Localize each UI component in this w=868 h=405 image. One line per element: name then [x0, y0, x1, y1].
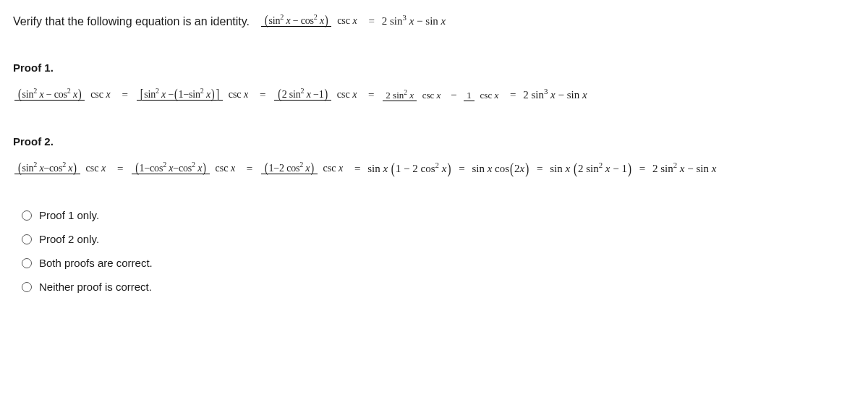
p2-s4: sin x (1 − 2 cos2 x) — [367, 163, 451, 175]
identity-lhs-den: csc x — [334, 15, 360, 26]
option-neither-correct[interactable]: Neither proof is correct. — [22, 281, 855, 293]
p1-s5-num: 1 — [464, 90, 475, 101]
radio-icon[interactable] — [22, 210, 32, 221]
question-prompt: Verify that the following equation is an… — [13, 15, 250, 28]
p2-s1-num: (sin2 x−cos2 x) — [14, 163, 80, 174]
proof-2: Proof 2. (sin2 x−cos2 x) csc x = (1−cos2… — [13, 135, 855, 176]
answer-options: Proof 1 only. Proof 2 only. Both proofs … — [13, 209, 855, 293]
option-proof-1-only[interactable]: Proof 1 only. — [22, 209, 855, 221]
p2-s5: sin x cos(2x) — [472, 163, 529, 175]
option-proof-2-only[interactable]: Proof 2 only. — [22, 233, 855, 245]
proof-2-title: Proof 2. — [13, 135, 855, 148]
identity-equation: (sin2 x − cos2 x) csc x = 2 sin3 x − sin… — [260, 14, 446, 28]
p2-s7: 2 sin2 x − sin x — [652, 163, 716, 175]
radio-icon[interactable] — [22, 258, 32, 268]
p1-s4-den: csc x — [420, 90, 444, 101]
option-label: Both proofs are correct. — [39, 257, 153, 269]
proof-1-equation: (sin2 x − cos2 x) csc x = [sin2 x −(1−si… — [13, 88, 855, 102]
option-label: Neither proof is correct. — [39, 281, 152, 293]
p1-s5-den: csc x — [477, 90, 502, 101]
p2-s3-num: (1−2 cos2 x) — [261, 163, 318, 174]
question-prompt-row: Verify that the following equation is an… — [13, 14, 855, 28]
option-label: Proof 2 only. — [39, 233, 99, 245]
p1-s6: 2 sin3 x − sin x — [523, 89, 587, 101]
p2-s2-den: csc x — [212, 163, 238, 174]
identity-rhs: 2 sin3 x − sin x — [382, 15, 446, 27]
p2-s2-num: (1−cos2 x−cos2 x) — [132, 163, 210, 174]
p1-s1-num: (sin2 x − cos2 x) — [14, 89, 85, 101]
p1-s4-num: 2 sin2 x — [383, 90, 417, 101]
proof-1-title: Proof 1. — [13, 61, 855, 74]
p2-s6: sin x (2 sin2 x − 1) — [550, 163, 632, 175]
p1-s1-den: csc x — [88, 89, 114, 100]
p2-s3-den: csc x — [320, 163, 346, 174]
p1-s3-den: csc x — [334, 89, 360, 100]
p1-s2-num: [sin2 x −(1−sin2 x)] — [137, 89, 223, 101]
option-label: Proof 1 only. — [39, 209, 99, 221]
p2-s1-den: csc x — [83, 163, 109, 174]
proof-2-equation: (sin2 x−cos2 x) csc x = (1−cos2 x−cos2 x… — [13, 162, 855, 176]
option-both-correct[interactable]: Both proofs are correct. — [22, 257, 855, 269]
radio-icon[interactable] — [22, 234, 32, 244]
p1-s2-den: csc x — [226, 89, 252, 100]
identity-lhs-num: (sin2 x − cos2 x) — [261, 15, 331, 27]
p1-s3-num: (2 sin2 x −1) — [274, 89, 331, 101]
proof-1: Proof 1. (sin2 x − cos2 x) csc x = [sin2… — [13, 61, 855, 102]
radio-icon[interactable] — [22, 282, 32, 292]
